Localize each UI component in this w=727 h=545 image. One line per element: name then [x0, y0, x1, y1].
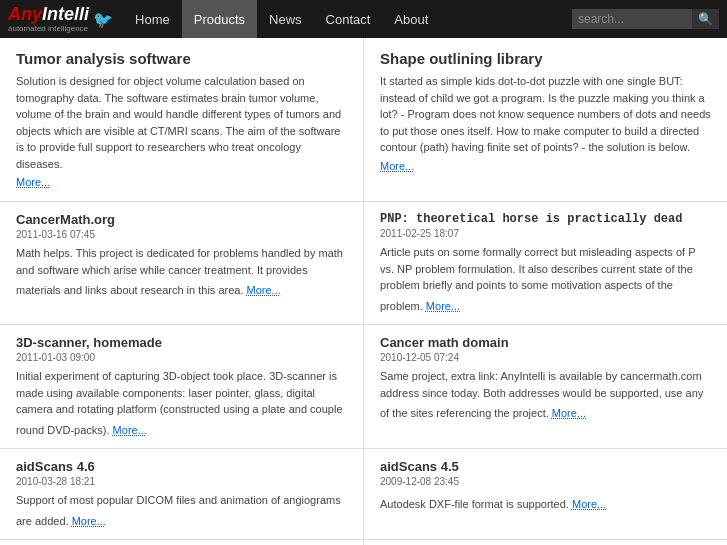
news-text-2-left: Initial experiment of capturing 3D-objec… — [16, 368, 347, 438]
header: AnyIntelli automated intelligence 🐦 Home… — [0, 0, 727, 38]
news-row-3: aidScans 4.6 2010-03-28 18:21 Support of… — [0, 449, 727, 540]
news-title-3-right: aidScans 4.5 — [380, 459, 711, 474]
news-title-1-right: PNP: theoretical horse is practically de… — [380, 212, 711, 226]
news-title-2-left: 3D-scanner, homemade — [16, 335, 347, 350]
news-more-3-right[interactable]: More... — [572, 496, 606, 513]
featured-more-2[interactable]: More... — [380, 160, 414, 172]
news-date-2-right: 2010-12-05 07:24 — [380, 352, 711, 363]
nav: Home Products News Contact About — [123, 0, 440, 38]
news-more-2-right[interactable]: More... — [552, 405, 586, 422]
news-more-3-left[interactable]: More... — [72, 513, 106, 530]
news-more-2-left[interactable]: More... — [113, 422, 147, 439]
featured-title-2: Shape outlining library — [380, 50, 711, 67]
news-item-3-right: aidScans 4.5 2009-12-08 23:45 Autodesk D… — [364, 449, 727, 539]
news-date-3-left: 2010-03-28 18:21 — [16, 476, 347, 487]
nav-home[interactable]: Home — [123, 0, 182, 38]
news-title-3-left: aidScans 4.6 — [16, 459, 347, 474]
featured-row: Tumor analysis software Solution is desi… — [0, 38, 727, 202]
logo-text: AnyIntelli — [8, 5, 89, 23]
news-text-2-right: Same project, extra link: AnyIntelli is … — [380, 368, 711, 422]
featured-title-1: Tumor analysis software — [16, 50, 347, 67]
news-text-3-right: Autodesk DXF-file format is supported. M… — [380, 492, 711, 513]
news-date-1-right: 2011-02-25 18:07 — [380, 228, 711, 239]
news-item-2-right: Cancer math domain 2010-12-05 07:24 Same… — [364, 325, 727, 448]
news-row-4: aidScans 4.4 2009-11-24 20:01 Next featu… — [0, 540, 727, 545]
logo-sub: automated intelligence — [8, 25, 89, 33]
news-date-2-left: 2011-01-03 09:00 — [16, 352, 347, 363]
bird-icon: 🐦 — [93, 10, 113, 29]
nav-contact[interactable]: Contact — [314, 0, 383, 38]
news-more-1-right[interactable]: More... — [426, 298, 460, 315]
news-item-4-right: aidScans 4.3 2009-11-10 18:40 Next featu… — [364, 540, 727, 545]
nav-news[interactable]: News — [257, 0, 314, 38]
main-content: Tumor analysis software Solution is desi… — [0, 38, 727, 545]
news-date-3-right: 2009-12-08 23:45 — [380, 476, 711, 487]
featured-item-1: Tumor analysis software Solution is desi… — [0, 38, 364, 201]
nav-about[interactable]: About — [382, 0, 440, 38]
news-item-1-left: CancerMath.org 2011-03-16 07:45 Math hel… — [0, 202, 364, 324]
logo-any: Any — [8, 4, 42, 24]
news-item-1-right: PNP: theoretical horse is practically de… — [364, 202, 727, 324]
nav-products[interactable]: Products — [182, 0, 257, 38]
news-text-3-left: Support of most popular DICOM files and … — [16, 492, 347, 529]
featured-more-1[interactable]: More... — [16, 176, 50, 188]
news-item-3-left: aidScans 4.6 2010-03-28 18:21 Support of… — [0, 449, 364, 539]
news-grid: CancerMath.org 2011-03-16 07:45 Math hel… — [0, 202, 727, 545]
news-text-1-right: Article puts on some formally correct bu… — [380, 244, 711, 314]
search-button[interactable]: 🔍 — [692, 9, 719, 29]
news-row-1: CancerMath.org 2011-03-16 07:45 Math hel… — [0, 202, 727, 325]
logo-intelli: Intelli — [42, 4, 89, 24]
news-text-1-left: Math helps. This project is dedicated fo… — [16, 245, 347, 299]
news-more-1-left[interactable]: More... — [247, 282, 281, 299]
featured-text-1: Solution is designed for object volume c… — [16, 73, 347, 172]
news-title-1-left: CancerMath.org — [16, 212, 347, 227]
featured-item-2: Shape outlining library It started as si… — [364, 38, 727, 201]
news-item-4-left: aidScans 4.4 2009-11-24 20:01 Next featu… — [0, 540, 364, 545]
news-row-2: 3D-scanner, homemade 2011-01-03 09:00 In… — [0, 325, 727, 449]
news-title-2-right: Cancer math domain — [380, 335, 711, 350]
logo-area: AnyIntelli automated intelligence 🐦 — [8, 5, 113, 33]
news-item-2-left: 3D-scanner, homemade 2011-01-03 09:00 In… — [0, 325, 364, 448]
search-input[interactable] — [572, 9, 692, 29]
featured-text-2: It started as simple kids dot-to-dot puz… — [380, 73, 711, 156]
news-date-1-left: 2011-03-16 07:45 — [16, 229, 347, 240]
search-area: 🔍 — [572, 9, 719, 29]
